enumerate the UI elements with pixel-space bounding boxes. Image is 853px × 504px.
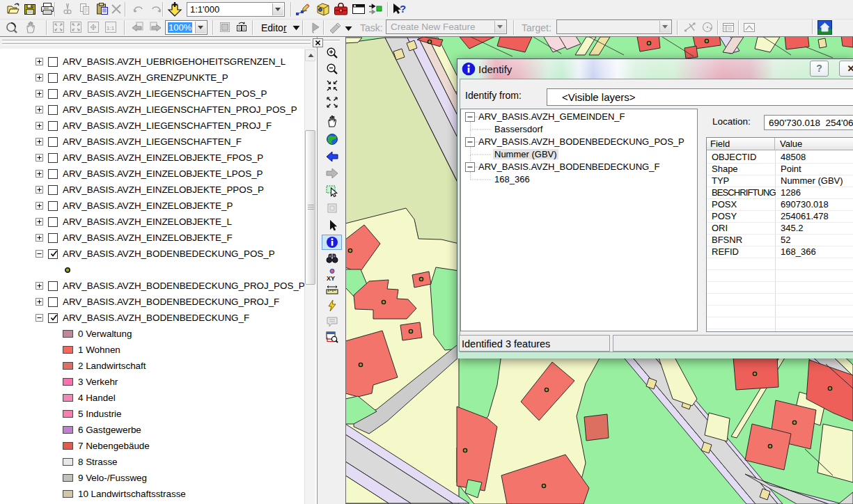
svg-text:?: ? — [400, 3, 406, 15]
svg-text:1:1: 1:1 — [107, 25, 115, 31]
svg-text:XY: XY — [327, 275, 335, 282]
